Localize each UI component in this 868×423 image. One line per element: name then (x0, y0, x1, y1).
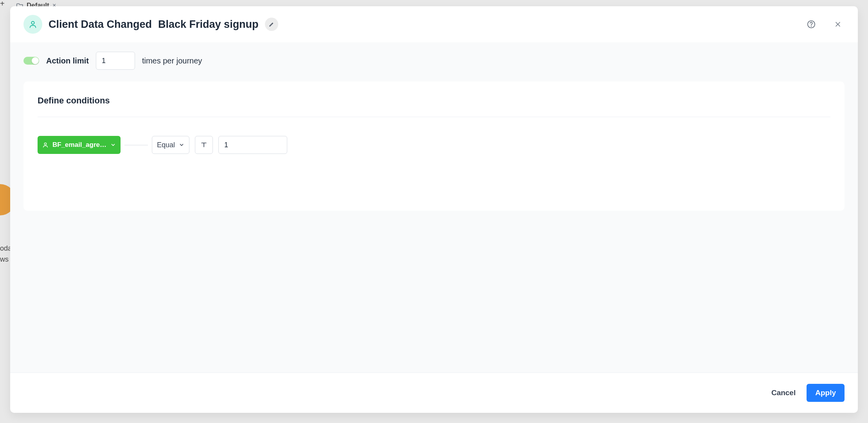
action-limit-input[interactable] (96, 52, 135, 70)
condition-field-select[interactable]: BF_email_agre… (38, 136, 121, 154)
person-icon (29, 20, 37, 29)
close-icon (834, 20, 842, 28)
action-limit-row: Action limit times per journey (23, 52, 845, 70)
modal: Client Data Changed Black Friday signup … (10, 6, 858, 413)
text-type-icon (200, 141, 208, 149)
conditions-heading: Define conditions (38, 96, 830, 106)
modal-header: Client Data Changed Black Friday signup (10, 6, 858, 42)
help-button[interactable] (805, 18, 818, 31)
apply-button[interactable]: Apply (807, 384, 845, 402)
condition-connector (124, 145, 148, 145)
modal-subtitle: Black Friday signup (158, 18, 259, 31)
edit-title-button[interactable] (265, 18, 278, 31)
action-limit-suffix: times per journey (142, 56, 202, 65)
chevron-down-icon (179, 142, 184, 148)
action-limit-label: Action limit (46, 56, 89, 65)
svg-point-0 (31, 22, 34, 24)
condition-field-label: BF_email_agre… (52, 141, 106, 149)
svg-point-3 (44, 143, 46, 145)
modal-title: Client Data Changed (49, 18, 152, 31)
modal-footer: Cancel Apply (10, 372, 858, 413)
person-icon (42, 142, 49, 148)
svg-point-2 (811, 26, 812, 27)
condition-operator-select[interactable]: Equal (152, 136, 189, 154)
modal-body: Action limit times per journey Define co… (10, 42, 858, 372)
chevron-down-icon (110, 142, 116, 148)
pencil-icon (269, 22, 274, 27)
condition-operator-label: Equal (157, 141, 175, 149)
client-data-icon (23, 15, 42, 34)
action-limit-toggle[interactable] (23, 57, 39, 65)
cancel-button[interactable]: Cancel (771, 389, 796, 397)
condition-value-input[interactable] (218, 136, 287, 154)
conditions-divider (38, 117, 830, 117)
condition-row: BF_email_agre… Equal (38, 136, 830, 154)
condition-type-button[interactable] (195, 136, 213, 154)
help-icon (807, 20, 816, 29)
bg-add-icon: + (0, 0, 5, 7)
conditions-panel: Define conditions BF_email_agre… Equal (23, 81, 845, 211)
close-button[interactable] (831, 18, 845, 31)
